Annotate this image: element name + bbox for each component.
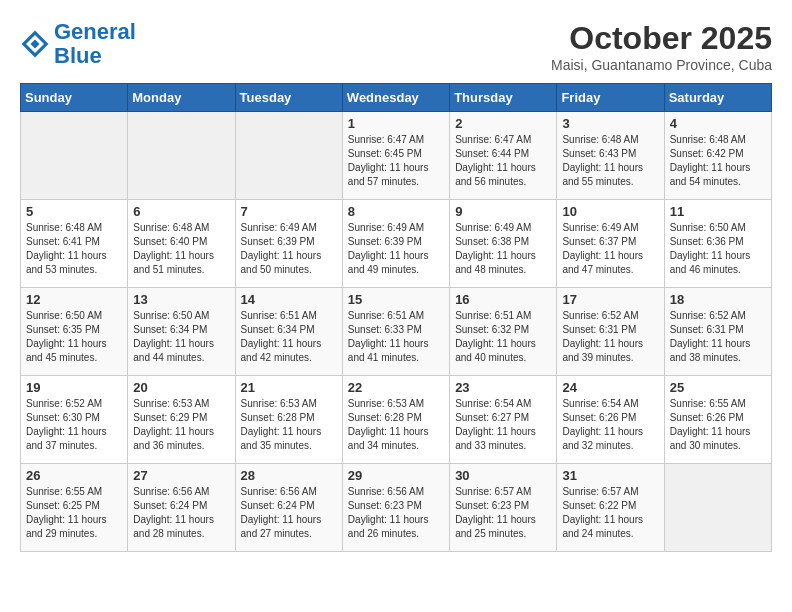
calendar-cell: [128, 112, 235, 200]
calendar-cell: 6Sunrise: 6:48 AM Sunset: 6:40 PM Daylig…: [128, 200, 235, 288]
day-number: 2: [455, 116, 551, 131]
day-info: Sunrise: 6:51 AM Sunset: 6:32 PM Dayligh…: [455, 309, 551, 365]
day-info: Sunrise: 6:49 AM Sunset: 6:37 PM Dayligh…: [562, 221, 658, 277]
logo-line2: Blue: [54, 43, 102, 68]
day-number: 19: [26, 380, 122, 395]
day-info: Sunrise: 6:48 AM Sunset: 6:43 PM Dayligh…: [562, 133, 658, 189]
day-info: Sunrise: 6:52 AM Sunset: 6:30 PM Dayligh…: [26, 397, 122, 453]
day-info: Sunrise: 6:55 AM Sunset: 6:25 PM Dayligh…: [26, 485, 122, 541]
day-info: Sunrise: 6:54 AM Sunset: 6:27 PM Dayligh…: [455, 397, 551, 453]
calendar-cell: [664, 464, 771, 552]
day-info: Sunrise: 6:56 AM Sunset: 6:24 PM Dayligh…: [133, 485, 229, 541]
calendar-cell: 16Sunrise: 6:51 AM Sunset: 6:32 PM Dayli…: [450, 288, 557, 376]
calendar-cell: 17Sunrise: 6:52 AM Sunset: 6:31 PM Dayli…: [557, 288, 664, 376]
day-number: 16: [455, 292, 551, 307]
calendar-cell: 3Sunrise: 6:48 AM Sunset: 6:43 PM Daylig…: [557, 112, 664, 200]
day-info: Sunrise: 6:50 AM Sunset: 6:36 PM Dayligh…: [670, 221, 766, 277]
calendar-cell: 27Sunrise: 6:56 AM Sunset: 6:24 PM Dayli…: [128, 464, 235, 552]
day-number: 28: [241, 468, 337, 483]
day-info: Sunrise: 6:55 AM Sunset: 6:26 PM Dayligh…: [670, 397, 766, 453]
day-number: 21: [241, 380, 337, 395]
day-number: 20: [133, 380, 229, 395]
header-saturday: Saturday: [664, 84, 771, 112]
day-number: 14: [241, 292, 337, 307]
title-block: October 2025 Maisi, Guantanamo Province,…: [551, 20, 772, 73]
day-number: 3: [562, 116, 658, 131]
day-number: 5: [26, 204, 122, 219]
calendar-week-row: 26Sunrise: 6:55 AM Sunset: 6:25 PM Dayli…: [21, 464, 772, 552]
calendar-cell: 4Sunrise: 6:48 AM Sunset: 6:42 PM Daylig…: [664, 112, 771, 200]
calendar-cell: 8Sunrise: 6:49 AM Sunset: 6:39 PM Daylig…: [342, 200, 449, 288]
day-number: 24: [562, 380, 658, 395]
calendar-cell: 19Sunrise: 6:52 AM Sunset: 6:30 PM Dayli…: [21, 376, 128, 464]
calendar-cell: 2Sunrise: 6:47 AM Sunset: 6:44 PM Daylig…: [450, 112, 557, 200]
day-info: Sunrise: 6:49 AM Sunset: 6:39 PM Dayligh…: [348, 221, 444, 277]
day-info: Sunrise: 6:57 AM Sunset: 6:23 PM Dayligh…: [455, 485, 551, 541]
calendar-week-row: 12Sunrise: 6:50 AM Sunset: 6:35 PM Dayli…: [21, 288, 772, 376]
day-number: 23: [455, 380, 551, 395]
day-info: Sunrise: 6:48 AM Sunset: 6:40 PM Dayligh…: [133, 221, 229, 277]
calendar-cell: 24Sunrise: 6:54 AM Sunset: 6:26 PM Dayli…: [557, 376, 664, 464]
day-number: 22: [348, 380, 444, 395]
day-number: 1: [348, 116, 444, 131]
calendar-cell: 11Sunrise: 6:50 AM Sunset: 6:36 PM Dayli…: [664, 200, 771, 288]
calendar-cell: 30Sunrise: 6:57 AM Sunset: 6:23 PM Dayli…: [450, 464, 557, 552]
day-info: Sunrise: 6:51 AM Sunset: 6:33 PM Dayligh…: [348, 309, 444, 365]
day-info: Sunrise: 6:51 AM Sunset: 6:34 PM Dayligh…: [241, 309, 337, 365]
calendar-cell: 15Sunrise: 6:51 AM Sunset: 6:33 PM Dayli…: [342, 288, 449, 376]
day-number: 26: [26, 468, 122, 483]
calendar-cell: 10Sunrise: 6:49 AM Sunset: 6:37 PM Dayli…: [557, 200, 664, 288]
day-info: Sunrise: 6:50 AM Sunset: 6:35 PM Dayligh…: [26, 309, 122, 365]
calendar-cell: 25Sunrise: 6:55 AM Sunset: 6:26 PM Dayli…: [664, 376, 771, 464]
day-info: Sunrise: 6:53 AM Sunset: 6:29 PM Dayligh…: [133, 397, 229, 453]
header-friday: Friday: [557, 84, 664, 112]
day-info: Sunrise: 6:52 AM Sunset: 6:31 PM Dayligh…: [670, 309, 766, 365]
calendar-cell: 31Sunrise: 6:57 AM Sunset: 6:22 PM Dayli…: [557, 464, 664, 552]
calendar-week-row: 19Sunrise: 6:52 AM Sunset: 6:30 PM Dayli…: [21, 376, 772, 464]
day-info: Sunrise: 6:57 AM Sunset: 6:22 PM Dayligh…: [562, 485, 658, 541]
logo-icon: [20, 29, 50, 59]
calendar-week-row: 5Sunrise: 6:48 AM Sunset: 6:41 PM Daylig…: [21, 200, 772, 288]
day-number: 25: [670, 380, 766, 395]
day-number: 12: [26, 292, 122, 307]
header-thursday: Thursday: [450, 84, 557, 112]
calendar-cell: 14Sunrise: 6:51 AM Sunset: 6:34 PM Dayli…: [235, 288, 342, 376]
calendar-cell: 9Sunrise: 6:49 AM Sunset: 6:38 PM Daylig…: [450, 200, 557, 288]
calendar-cell: [235, 112, 342, 200]
month-title: October 2025: [551, 20, 772, 57]
calendar-cell: 5Sunrise: 6:48 AM Sunset: 6:41 PM Daylig…: [21, 200, 128, 288]
day-number: 9: [455, 204, 551, 219]
day-number: 30: [455, 468, 551, 483]
day-info: Sunrise: 6:54 AM Sunset: 6:26 PM Dayligh…: [562, 397, 658, 453]
calendar-cell: 22Sunrise: 6:53 AM Sunset: 6:28 PM Dayli…: [342, 376, 449, 464]
day-number: 8: [348, 204, 444, 219]
calendar-cell: 20Sunrise: 6:53 AM Sunset: 6:29 PM Dayli…: [128, 376, 235, 464]
day-number: 29: [348, 468, 444, 483]
calendar-cell: 13Sunrise: 6:50 AM Sunset: 6:34 PM Dayli…: [128, 288, 235, 376]
calendar-cell: 1Sunrise: 6:47 AM Sunset: 6:45 PM Daylig…: [342, 112, 449, 200]
day-number: 13: [133, 292, 229, 307]
location-subtitle: Maisi, Guantanamo Province, Cuba: [551, 57, 772, 73]
day-number: 4: [670, 116, 766, 131]
header-sunday: Sunday: [21, 84, 128, 112]
calendar-cell: 7Sunrise: 6:49 AM Sunset: 6:39 PM Daylig…: [235, 200, 342, 288]
day-info: Sunrise: 6:49 AM Sunset: 6:39 PM Dayligh…: [241, 221, 337, 277]
day-info: Sunrise: 6:47 AM Sunset: 6:44 PM Dayligh…: [455, 133, 551, 189]
calendar-cell: 21Sunrise: 6:53 AM Sunset: 6:28 PM Dayli…: [235, 376, 342, 464]
day-info: Sunrise: 6:50 AM Sunset: 6:34 PM Dayligh…: [133, 309, 229, 365]
day-number: 27: [133, 468, 229, 483]
calendar-cell: [21, 112, 128, 200]
day-info: Sunrise: 6:47 AM Sunset: 6:45 PM Dayligh…: [348, 133, 444, 189]
logo-line1: General: [54, 19, 136, 44]
day-number: 7: [241, 204, 337, 219]
logo: General Blue: [20, 20, 136, 68]
calendar-cell: 12Sunrise: 6:50 AM Sunset: 6:35 PM Dayli…: [21, 288, 128, 376]
day-info: Sunrise: 6:52 AM Sunset: 6:31 PM Dayligh…: [562, 309, 658, 365]
day-info: Sunrise: 6:49 AM Sunset: 6:38 PM Dayligh…: [455, 221, 551, 277]
day-info: Sunrise: 6:53 AM Sunset: 6:28 PM Dayligh…: [348, 397, 444, 453]
calendar-cell: 29Sunrise: 6:56 AM Sunset: 6:23 PM Dayli…: [342, 464, 449, 552]
day-number: 10: [562, 204, 658, 219]
day-number: 17: [562, 292, 658, 307]
calendar-cell: 26Sunrise: 6:55 AM Sunset: 6:25 PM Dayli…: [21, 464, 128, 552]
calendar-table: SundayMondayTuesdayWednesdayThursdayFrid…: [20, 83, 772, 552]
